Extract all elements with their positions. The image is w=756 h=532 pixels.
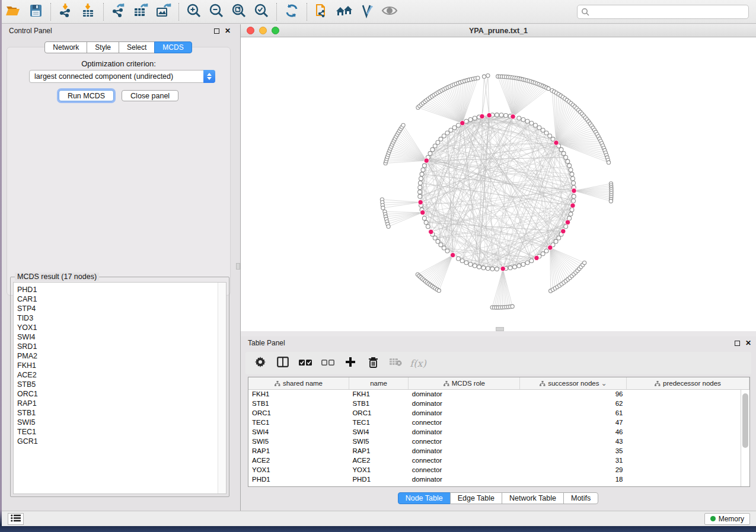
network-node[interactable] [521,117,525,121]
result-node-item[interactable]: PHD1 [17,285,214,294]
result-node-item[interactable]: FKH1 [17,361,214,370]
cell-name[interactable]: PHD1 [349,475,408,484]
cell-role[interactable]: connector [409,418,520,427]
table-row[interactable]: STB1STB1dominator620 [248,399,749,408]
cell-shared[interactable]: RAP1 [248,446,349,456]
result-node-item[interactable]: TID3 [17,313,214,323]
mcds-hub-node[interactable] [548,245,553,250]
birdseye-view-button[interactable] [378,2,401,22]
network-node[interactable] [541,128,545,132]
tab-network-table[interactable]: Network Table [502,492,564,504]
cell-pred[interactable]: 0 [626,399,749,408]
export-to-web-button[interactable] [311,2,333,22]
cell-role[interactable]: dominator [409,475,520,484]
tab-motifs[interactable]: Motifs [563,492,598,504]
network-node[interactable] [452,126,457,130]
zoom-in-button[interactable] [183,2,205,22]
network-node[interactable] [468,117,473,121]
mcds-hub-node[interactable] [420,210,425,215]
tab-node-table[interactable]: Node Table [398,492,451,504]
network-node[interactable] [473,264,477,268]
network-canvas[interactable] [241,37,756,331]
network-node[interactable] [559,148,563,152]
tab-mcds[interactable]: MCDS [154,41,192,53]
cell-shared[interactable]: FKH1 [248,389,349,399]
zoom-fit-button[interactable] [228,2,250,22]
leaf-node[interactable] [609,199,613,203]
horizontal-split-divider[interactable] [241,331,756,336]
window-close-icon[interactable] [247,27,254,34]
cell-shared[interactable]: SWI4 [248,427,349,437]
welcome-screen-button[interactable] [333,2,356,22]
zoom-out-button[interactable] [205,2,228,22]
cell-pred[interactable]: 0 [626,408,749,418]
table-row[interactable]: ACE2ACE2connector311 [248,456,749,465]
cell-name[interactable]: TEC1 [349,418,408,427]
mcds-hub-node[interactable] [450,252,455,257]
cell-succ[interactable]: 18 [520,475,626,484]
network-node[interactable] [495,267,499,271]
network-node[interactable] [525,119,529,123]
result-node-item[interactable]: STB1 [17,408,214,418]
network-node[interactable] [557,236,561,240]
network-node[interactable] [551,137,555,141]
table-row[interactable]: ORC1ORC1dominator610 [248,408,749,418]
network-node[interactable] [436,140,440,145]
result-node-item[interactable]: CAR1 [17,294,214,304]
import-table-button[interactable] [77,2,100,22]
network-node[interactable] [439,243,443,247]
network-node[interactable] [420,172,424,177]
cell-succ[interactable]: 31 [520,456,626,465]
cell-pred[interactable]: 2 [626,389,749,399]
network-node[interactable] [572,181,576,185]
cell-role[interactable]: dominator [409,408,520,418]
table-row[interactable]: YOX1YOX1connector291 [248,465,749,475]
network-node[interactable] [445,131,449,135]
run-mcds-button[interactable]: Run MCDS [59,90,114,101]
function-builder-button[interactable]: f(x) [408,354,428,372]
cell-role[interactable]: dominator [409,389,520,399]
unselect-all-columns-button[interactable] [318,354,338,372]
cell-succ[interactable]: 43 [520,437,626,446]
cell-role[interactable]: connector [409,437,520,446]
cell-pred[interactable]: 1 [626,437,749,446]
network-node[interactable] [562,152,566,156]
network-node[interactable] [534,123,538,127]
table-row[interactable]: TEC1TEC1connector472 [248,418,749,427]
export-image-button[interactable] [152,2,175,22]
network-node[interactable] [433,144,437,148]
float-table-panel-icon[interactable] [735,341,740,346]
mcds-hub-node[interactable] [572,188,576,193]
leaf-node[interactable] [482,75,486,78]
refresh-view-button[interactable] [280,2,303,22]
vertical-split-divider[interactable] [235,24,241,511]
network-node[interactable] [421,168,425,172]
network-node[interactable] [548,134,552,138]
table-options-button[interactable] [250,354,270,372]
table-row[interactable]: RAP1RAP1dominator352 [248,446,749,456]
tab-select[interactable]: Select [119,41,155,53]
mcds-hub-node[interactable] [429,229,433,234]
table-row[interactable]: SWI5SWI5connector431 [248,437,749,446]
cell-role[interactable]: dominator [409,427,520,437]
cell-succ[interactable]: 46 [520,427,626,437]
cell-succ[interactable]: 61 [520,408,626,418]
network-node[interactable] [442,246,446,250]
leaf-node[interactable] [511,305,514,308]
leaf-node[interactable] [607,161,610,164]
network-node[interactable] [517,264,521,268]
leaf-node[interactable] [401,123,405,127]
network-node[interactable] [442,134,446,138]
network-node[interactable] [521,262,525,267]
column-header-MCDS-role[interactable]: MCDS role [409,377,520,389]
leaf-node[interactable] [387,225,390,228]
leaf-node[interactable] [486,73,490,77]
cell-shared[interactable]: ACE2 [248,456,349,465]
leaf-node[interactable] [381,206,385,210]
cell-pred[interactable]: 1 [626,465,749,475]
network-node[interactable] [457,257,461,261]
network-node[interactable] [430,148,435,152]
network-node[interactable] [569,212,573,216]
cell-name[interactable]: ACE2 [349,456,408,465]
network-node[interactable] [525,261,529,265]
